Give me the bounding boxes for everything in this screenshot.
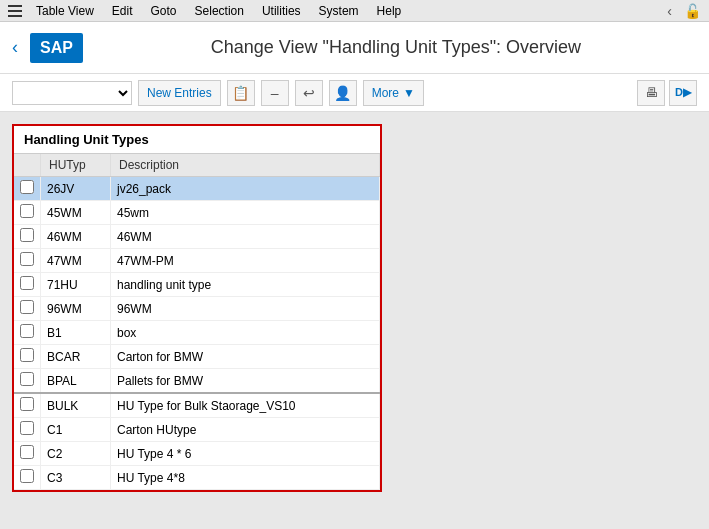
undo-button[interactable]: ↩ xyxy=(295,80,323,106)
menu-help[interactable]: Help xyxy=(369,2,410,20)
table-row[interactable]: 47WM47WM-PM xyxy=(14,249,380,273)
handling-unit-types-container: Handling Unit Types HUTyp Description 26… xyxy=(12,124,382,492)
row-checkbox-cell xyxy=(14,466,41,490)
new-entries-button[interactable]: New Entries xyxy=(138,80,221,106)
row-hutyp: C3 xyxy=(41,466,111,490)
menu-right-controls: ‹ 🔓 xyxy=(663,3,705,19)
print-icon: 🖶 xyxy=(645,85,658,100)
more-button[interactable]: More ▼ xyxy=(363,80,424,106)
row-checkbox[interactable] xyxy=(20,372,34,386)
row-checkbox-cell xyxy=(14,321,41,345)
toolbar-dropdown[interactable] xyxy=(12,81,132,105)
row-description: box xyxy=(111,321,380,345)
row-hutyp: 47WM xyxy=(41,249,111,273)
table-row[interactable]: BPALPallets for BMW xyxy=(14,369,380,394)
row-hutyp: 45WM xyxy=(41,201,111,225)
row-description: HU Type 4 * 6 xyxy=(111,442,380,466)
row-checkbox[interactable] xyxy=(20,252,34,266)
row-checkbox[interactable] xyxy=(20,421,34,435)
delete-icon: – xyxy=(271,85,279,101)
settings-icon: D▶ xyxy=(675,86,691,99)
more-chevron-icon: ▼ xyxy=(403,86,415,100)
table-row[interactable]: 26JVjv26_pack xyxy=(14,177,380,201)
table-row[interactable]: BULKHU Type for Bulk Staorage_VS10 xyxy=(14,393,380,418)
new-entries-label: New Entries xyxy=(147,86,212,100)
menu-edit[interactable]: Edit xyxy=(104,2,141,20)
table-row[interactable]: 45WM45wm xyxy=(14,201,380,225)
row-description: HU Type 4*8 xyxy=(111,466,380,490)
col-header-hutyp[interactable]: HUTyp xyxy=(41,154,111,177)
transport-button[interactable]: 👤 xyxy=(329,80,357,106)
settings-button[interactable]: D▶ xyxy=(669,80,697,106)
row-checkbox[interactable] xyxy=(20,469,34,483)
delete-button[interactable]: – xyxy=(261,80,289,106)
row-checkbox[interactable] xyxy=(20,180,34,194)
row-description: HU Type for Bulk Staorage_VS10 xyxy=(111,393,380,418)
row-checkbox-cell xyxy=(14,249,41,273)
menu-system[interactable]: System xyxy=(311,2,367,20)
toolbar-right: 🖶 D▶ xyxy=(637,80,697,106)
hamburger-menu[interactable] xyxy=(4,0,26,22)
row-checkbox-cell xyxy=(14,418,41,442)
table-header-row: HUTyp Description xyxy=(14,154,380,177)
row-checkbox-cell xyxy=(14,369,41,394)
nav-back-arrow[interactable]: ‹ xyxy=(663,3,676,19)
copy-button[interactable]: 📋 xyxy=(227,80,255,106)
content-area: Handling Unit Types HUTyp Description 26… xyxy=(0,112,709,529)
table-row[interactable]: 96WM96WM xyxy=(14,297,380,321)
row-description: 96WM xyxy=(111,297,380,321)
row-description: Carton HUtype xyxy=(111,418,380,442)
row-checkbox-cell xyxy=(14,273,41,297)
row-hutyp: 96WM xyxy=(41,297,111,321)
nav-lock-icon[interactable]: 🔓 xyxy=(680,3,705,19)
row-hutyp: BCAR xyxy=(41,345,111,369)
row-checkbox[interactable] xyxy=(20,228,34,242)
row-hutyp: 71HU xyxy=(41,273,111,297)
row-checkbox[interactable] xyxy=(20,300,34,314)
col-header-checkbox xyxy=(14,154,41,177)
row-checkbox-cell xyxy=(14,297,41,321)
menu-bar: Table View Edit Goto Selection Utilities… xyxy=(0,0,709,22)
row-description: 46WM xyxy=(111,225,380,249)
row-checkbox-cell xyxy=(14,225,41,249)
table-row[interactable]: 46WM46WM xyxy=(14,225,380,249)
copy-icon: 📋 xyxy=(232,85,249,101)
table-row[interactable]: 71HUhandling unit type xyxy=(14,273,380,297)
row-checkbox[interactable] xyxy=(20,324,34,338)
title-bar: ‹ SAP Change View "Handling Unit Types":… xyxy=(0,22,709,74)
row-checkbox[interactable] xyxy=(20,276,34,290)
table-row[interactable]: B1box xyxy=(14,321,380,345)
row-checkbox-cell xyxy=(14,393,41,418)
table-row[interactable]: C3HU Type 4*8 xyxy=(14,466,380,490)
row-checkbox-cell xyxy=(14,442,41,466)
menu-table-view[interactable]: Table View xyxy=(28,2,102,20)
row-checkbox[interactable] xyxy=(20,397,34,411)
col-header-description[interactable]: Description xyxy=(111,154,380,177)
row-checkbox[interactable] xyxy=(20,204,34,218)
undo-icon: ↩ xyxy=(303,85,315,101)
table-row[interactable]: C1Carton HUtype xyxy=(14,418,380,442)
row-description: 47WM-PM xyxy=(111,249,380,273)
data-table: HUTyp Description 26JVjv26_pack45WM45wm4… xyxy=(14,154,380,490)
row-description: Carton for BMW xyxy=(111,345,380,369)
row-hutyp: BPAL xyxy=(41,369,111,394)
row-description: Pallets for BMW xyxy=(111,369,380,394)
menu-goto[interactable]: Goto xyxy=(143,2,185,20)
row-hutyp: 26JV xyxy=(41,177,111,201)
table-row[interactable]: BCARCarton for BMW xyxy=(14,345,380,369)
table-row[interactable]: C2HU Type 4 * 6 xyxy=(14,442,380,466)
row-checkbox-cell xyxy=(14,345,41,369)
row-description: 45wm xyxy=(111,201,380,225)
transport-icon: 👤 xyxy=(334,85,351,101)
row-checkbox-cell xyxy=(14,177,41,201)
table-title: Handling Unit Types xyxy=(14,126,380,154)
toolbar: New Entries 📋 – ↩ 👤 More ▼ 🖶 D▶ xyxy=(0,74,709,112)
row-description: handling unit type xyxy=(111,273,380,297)
back-button[interactable]: ‹ xyxy=(12,37,18,58)
print-button[interactable]: 🖶 xyxy=(637,80,665,106)
row-hutyp: C2 xyxy=(41,442,111,466)
menu-utilities[interactable]: Utilities xyxy=(254,2,309,20)
row-checkbox[interactable] xyxy=(20,445,34,459)
row-checkbox[interactable] xyxy=(20,348,34,362)
menu-selection[interactable]: Selection xyxy=(187,2,252,20)
